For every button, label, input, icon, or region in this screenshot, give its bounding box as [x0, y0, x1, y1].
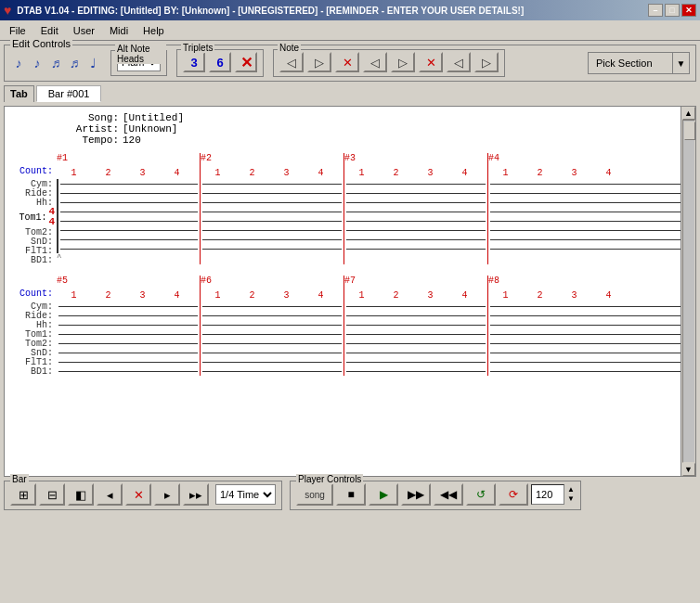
count-1-1: 1 — [57, 168, 91, 178]
player-song-button[interactable]: song — [296, 483, 333, 506]
edit-controls-panel: Edit Controls ♪ ♪ ♬ ♬ ♩ Alt Note Heads F… — [4, 45, 696, 82]
count-label-1: Count: — [12, 166, 55, 179]
measure-8[interactable]: #8 1 2 3 4 — [488, 276, 688, 376]
scroll-up-button[interactable]: ▲ — [682, 107, 695, 120]
bar-add-button[interactable]: ⊞ — [10, 483, 36, 506]
menu-help[interactable]: Help — [137, 23, 170, 38]
staff-row-2: Count: Cym: Ride: Hh: Tom1: Tom2: SnD: F… — [12, 276, 688, 376]
player-record-button[interactable]: ⟳ — [499, 483, 528, 506]
tab-label-group: Tab Bar #001 — [4, 85, 696, 102]
tempo-arrows[interactable]: ▲ ▼ — [567, 485, 575, 504]
bd1-label: BD1: — [12, 255, 55, 264]
measure-4[interactable]: #4 1 2 3 4 — [488, 153, 688, 264]
bar-prev-button[interactable]: ◂ — [97, 483, 123, 506]
menu-edit[interactable]: Edit — [35, 23, 64, 38]
cym-line-m1 — [58, 179, 200, 188]
count-1-2: 2 — [91, 168, 125, 178]
measure-7[interactable]: #7 1 2 3 4 — [344, 276, 488, 376]
note-icon-4[interactable]: ♬ — [66, 55, 83, 71]
count-1-4: 4 — [160, 168, 194, 178]
triplet-3-button[interactable]: 3 — [183, 52, 205, 72]
measure-6[interactable]: #6 1 2 3 4 — [201, 276, 344, 376]
bar-next-button[interactable]: ▸ — [154, 483, 180, 506]
tempo-down-arrow[interactable]: ▼ — [567, 494, 575, 504]
note-right-button[interactable]: ▷ — [391, 52, 415, 72]
measure-1[interactable]: #1 1 2 3 4 — [57, 153, 201, 264]
bar-delete-button[interactable]: ✕ — [125, 483, 151, 506]
pick-section-arrow[interactable]: ▼ — [672, 53, 689, 73]
player-loop-button[interactable]: ↺ — [466, 483, 496, 506]
triplet-clear-button[interactable]: ✕ — [235, 52, 257, 72]
ride-label: Ride: — [12, 188, 55, 198]
hh-line-m1 — [58, 198, 200, 207]
note-left-button[interactable]: ◁ — [363, 52, 387, 72]
triplet-6-button[interactable]: 6 — [209, 52, 231, 72]
count-label-2: Count: — [12, 289, 55, 302]
count-1-3: 3 — [125, 168, 160, 178]
tom1-line-m1 — [58, 207, 200, 216]
measure-3-counts: 1 2 3 4 — [344, 166, 487, 179]
bd1-line-m1 — [58, 244, 200, 253]
staff-lines-m8 — [488, 302, 687, 376]
note-group: Note ◁ ▷ ✕ ◁ ▷ ✕ ◁ ▷ — [273, 49, 505, 77]
note-icon-3[interactable]: ♬ — [47, 55, 64, 71]
triplets-label: Triplets — [181, 43, 214, 53]
scroll-thumb[interactable] — [684, 122, 695, 140]
alt-note-heads-label: Alt Note Heads — [115, 44, 166, 64]
player-fast-fwd-button[interactable]: ▶▶ — [401, 483, 431, 506]
staff-labels-2: Count: Cym: Ride: Hh: Tom1: Tom2: SnD: F… — [12, 276, 55, 376]
note-next-button[interactable]: ▷ — [307, 52, 331, 72]
alt-note-heads-group: Alt Note Heads Flam — [110, 50, 167, 76]
score-scrollbar[interactable]: ▲ ▼ — [681, 107, 695, 476]
maximize-button[interactable]: □ — [665, 4, 680, 17]
bar-remove-button[interactable]: ⊟ — [39, 483, 65, 506]
player-rewind-button[interactable]: ◀◀ — [434, 483, 463, 506]
player-play-button[interactable]: ▶ — [369, 483, 398, 506]
title-bar: ♥ DTAB V1.04 - EDITING: [Untitled] BY: [… — [0, 0, 700, 20]
menu-user[interactable]: User — [68, 23, 100, 38]
minimize-button[interactable]: – — [648, 4, 663, 17]
note-icon-1[interactable]: ♪ — [10, 55, 27, 71]
note-icon-5[interactable]: ♩ — [84, 55, 101, 71]
menu-file[interactable]: File — [4, 23, 32, 38]
staff-lines-m5 — [57, 302, 200, 376]
tab-bar-001[interactable]: Bar #001 — [36, 85, 102, 102]
staff-lines-m7 — [344, 302, 487, 376]
measure-2[interactable]: #2 1 2 3 4 — [201, 153, 344, 264]
note-icon-2[interactable]: ♪ — [29, 55, 45, 71]
song-value: [Untitled] — [123, 112, 184, 123]
measure-5[interactable]: #5 1 2 3 4 — [57, 276, 201, 376]
scroll-down-button[interactable]: ▼ — [682, 463, 695, 476]
score-header: Song:[Untitled] Artist:[Unknown] Tempo:1… — [68, 112, 688, 146]
tom1-label: Tom1: — [12, 212, 48, 223]
bar-copy-button[interactable]: ◧ — [68, 483, 94, 506]
measure-3-num: #3 — [344, 153, 487, 166]
staff-lines-m4 — [488, 179, 687, 253]
player-stop-button[interactable]: ■ — [336, 483, 366, 506]
measure-3[interactable]: #3 1 2 3 4 — [344, 153, 488, 264]
player-controls-label: Player Controls — [296, 474, 363, 484]
measure-7-num: #7 — [344, 276, 487, 289]
measure-2-counts: 1 2 3 4 — [201, 166, 344, 179]
note-fwd-button[interactable]: ▷ — [474, 52, 499, 72]
bottom-bar: Bar ⊞ ⊟ ◧ ◂ ✕ ▸ ▸▸ 1/4 Time Player Contr… — [4, 481, 696, 510]
note-clear-button[interactable]: ✕ — [335, 52, 359, 72]
menu-midi[interactable]: Midi — [104, 23, 134, 38]
time-sig: 44 — [48, 207, 55, 227]
note-prev-button[interactable]: ◁ — [279, 52, 304, 72]
time-signature-select[interactable]: 1/4 Time — [215, 484, 276, 505]
measure-4-num: #4 — [488, 153, 687, 166]
bar-controls-group: Bar ⊞ ⊟ ◧ ◂ ✕ ▸ ▸▸ 1/4 Time — [4, 481, 282, 510]
cym-label: Cym: — [12, 179, 55, 188]
measure-6-num: #6 — [201, 276, 344, 289]
note-delete-button[interactable]: ✕ — [419, 52, 443, 72]
menu-bar: File Edit User Midi Help — [0, 20, 700, 41]
tempo-up-arrow[interactable]: ▲ — [567, 485, 575, 494]
pick-section-dropdown[interactable]: Pick Section ▼ — [588, 52, 690, 74]
close-button[interactable]: ✕ — [681, 4, 696, 17]
scroll-track[interactable] — [682, 120, 695, 463]
staff-lines-m3 — [344, 179, 487, 253]
bar-end-button[interactable]: ▸▸ — [183, 483, 209, 506]
note-back-button[interactable]: ◁ — [447, 52, 471, 72]
score-container: Song:[Untitled] Artist:[Unknown] Tempo:1… — [4, 106, 696, 477]
